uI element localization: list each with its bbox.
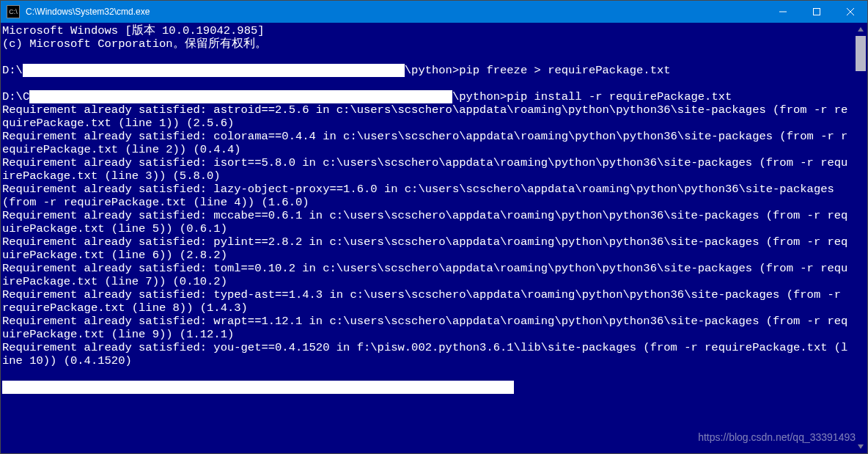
prompt-1-cmd: \python>pip freeze > requirePackage.txt (405, 64, 671, 77)
output-colorama: Requirement already satisfied: colorama=… (2, 130, 847, 156)
svg-marker-4 (858, 27, 864, 32)
output-you-get: Requirement already satisfied: you-get==… (2, 341, 847, 367)
svg-rect-1 (814, 9, 820, 15)
output-pylint: Requirement already satisfied: pylint==2… (2, 235, 847, 262)
output-toml: Requirement already satisfied: toml==0.1… (2, 262, 847, 288)
header-line-1: Microsoft Windows [版本 10.0.19042.985] (2, 24, 265, 37)
maximize-button[interactable] (800, 1, 834, 23)
cmd-window: C:\ C:\Windows\System32\cmd.exe Microsof… (0, 0, 868, 454)
output-wrapt: Requirement already satisfied: wrapt==1.… (2, 315, 847, 341)
header-line-2: (c) Microsoft Corporation。保留所有权利。 (2, 37, 267, 51)
redacted-line-3 (2, 381, 514, 394)
output-lazy-object-proxy: Requirement already satisfied: lazy-obje… (2, 183, 841, 209)
prompt-2-cmd: \python>pip install -r requirePackage.tx… (452, 90, 732, 103)
cmd-icon: C:\ (7, 5, 20, 18)
redacted-path-2 (29, 90, 452, 103)
output-mccabe: Requirement already satisfied: mccabe==0… (2, 209, 847, 235)
scroll-up-button[interactable] (854, 23, 867, 36)
output-astroid: Requirement already satisfied: astroid==… (2, 103, 847, 130)
cmd-icon-text: C:\ (9, 8, 18, 15)
scroll-thumb[interactable] (856, 36, 866, 71)
scrollbar[interactable] (854, 23, 867, 453)
output-isort: Requirement already satisfied: isort==5.… (2, 156, 847, 183)
svg-marker-5 (858, 444, 864, 449)
window-title: C:\Windows\System32\cmd.exe (24, 7, 766, 17)
watermark-text: https://blog.csdn.net/qq_33391493 (698, 431, 856, 443)
output-typed-ast: Requirement already satisfied: typed-ast… (2, 288, 847, 315)
scroll-down-button[interactable] (854, 440, 867, 453)
prompt-1-prefix: D:\ (2, 64, 23, 77)
titlebar[interactable]: C:\ C:\Windows\System32\cmd.exe (1, 1, 867, 23)
terminal-output[interactable]: Microsoft Windows [版本 10.0.19042.985] (c… (1, 23, 854, 453)
redacted-path-1 (23, 64, 405, 77)
prompt-2-prefix: D:\C (2, 90, 29, 103)
close-button[interactable] (834, 1, 867, 23)
minimize-button[interactable] (766, 1, 800, 23)
